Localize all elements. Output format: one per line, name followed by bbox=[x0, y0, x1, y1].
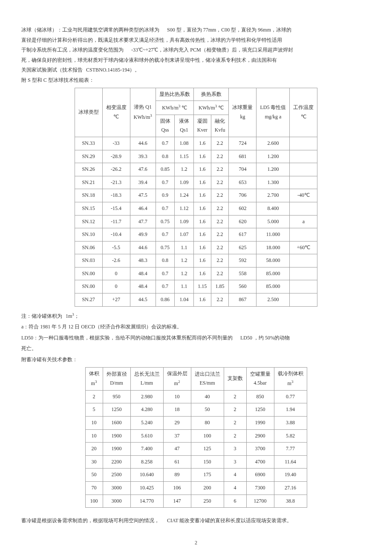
th-unit: m bbox=[91, 380, 95, 386]
table-cell: 1.6 bbox=[193, 202, 211, 215]
table-cell: 724 bbox=[229, 137, 257, 150]
table-cell: -21.3 bbox=[102, 176, 130, 189]
table-cell: 0.85 bbox=[156, 163, 175, 176]
table-row: SN.03-2.648.30.81.21.62.259258.000 bbox=[75, 254, 317, 267]
table-cell: 5.82 bbox=[274, 429, 307, 443]
table-cell: 2 bbox=[224, 403, 246, 417]
table-cell: 2900 bbox=[246, 429, 274, 443]
table-cell: 704 bbox=[229, 163, 257, 176]
table-cell: 1.6 bbox=[193, 189, 211, 202]
table-cell: 1990 bbox=[246, 417, 274, 430]
table-cell: 0.8 bbox=[156, 150, 175, 163]
table-cell: 5.610 bbox=[130, 429, 163, 443]
th-coolant-vol: 载冷剂体积 m3 bbox=[274, 367, 307, 390]
table-row: 1019005.61037100229005.82 bbox=[85, 429, 307, 443]
table-cell: 2.2 bbox=[211, 150, 229, 163]
table-cell: 1.07 bbox=[175, 228, 194, 242]
table-cell: 3000 bbox=[103, 495, 130, 508]
table-cell bbox=[290, 176, 317, 189]
table-row: SN.27+2744.50.861.041.62.28672.500 bbox=[75, 293, 317, 307]
table-cell: 0.7 bbox=[156, 202, 175, 215]
table-cell bbox=[290, 293, 317, 307]
intro-paragraph-line: 死，确保良好的密封性，球壳材质对于球内储冷液和球外的载冷剂来讲呈现中性，储冷液系… bbox=[21, 56, 371, 65]
table-cell: 8.400 bbox=[257, 202, 290, 215]
para-seg: CSTBNO.14185-194）。 bbox=[86, 67, 140, 73]
note-oecd: a：符合 1981 年 5 月 12 日 OECD（经济合作和发展组织）会议的标… bbox=[21, 322, 371, 332]
table-cell: SN.26 bbox=[75, 163, 102, 176]
table-cell: 2 bbox=[85, 390, 103, 403]
th-sym: Kvfu bbox=[215, 127, 225, 133]
table-cell: 5.240 bbox=[130, 417, 163, 430]
intro-paragraph-line: 直径是仔细的计算和分析得出的，既满足技术要求又满足经济性，具有高效传热性，冰球的… bbox=[21, 36, 371, 45]
table-cell: -15.4 bbox=[102, 202, 130, 215]
table-cell: 200 bbox=[191, 481, 224, 495]
para-seg: -33℃~+27℃，冰球内充入 PCM（相变物质）后，填充口采用超声波焊封 bbox=[131, 47, 293, 53]
table-cell: 1.85 bbox=[211, 280, 229, 293]
th-weight: 冰球重量 kg bbox=[229, 88, 257, 137]
th-unit: D/mm bbox=[110, 380, 123, 386]
table-cell: 100 bbox=[191, 429, 224, 443]
table-cell: 1900 bbox=[103, 443, 130, 456]
table-cell: 1.04 bbox=[175, 293, 194, 307]
table-cell: 50 bbox=[85, 469, 103, 482]
th-unit: ES/mm bbox=[199, 380, 215, 386]
th-heat-exchange: 换热系数 bbox=[193, 88, 229, 101]
table-cell: SN.00 bbox=[75, 267, 102, 280]
table-cell: 625 bbox=[229, 241, 257, 254]
th-exchange-unit: KWh/m3 ℃ bbox=[193, 101, 229, 115]
table-cell: 150 bbox=[191, 455, 224, 469]
table-cell: 50 bbox=[191, 403, 224, 417]
table-cell: 1250 bbox=[103, 403, 130, 417]
table-row: 512504.2801850212501.94 bbox=[85, 403, 307, 417]
note-seg: 注：储冷罐体积为 bbox=[21, 313, 62, 319]
table-cell: 1.6 bbox=[193, 254, 211, 267]
para-seg: 蓄冷罐是根据设备需求制造的，根据现场可利用空间的情况， bbox=[21, 518, 159, 523]
table-cell: 10.425 bbox=[130, 481, 163, 495]
th-latent-heat: 潜热 Q1 KWh/m3 bbox=[130, 88, 156, 137]
table-cell: 175 bbox=[191, 469, 224, 482]
table-cell: 2200 bbox=[103, 455, 130, 469]
table-cell: 2.2 bbox=[211, 176, 229, 189]
table-cell: 2 bbox=[224, 390, 246, 403]
table-cell: 147 bbox=[163, 495, 191, 508]
th-unit-sup: 3 bbox=[150, 113, 152, 118]
table-cell: 1.09 bbox=[175, 176, 194, 189]
table-cell: 10 bbox=[163, 390, 191, 403]
note-seg: ； bbox=[74, 313, 79, 319]
table-cell: 1900 bbox=[103, 429, 130, 443]
table-cell: +27 bbox=[102, 293, 130, 307]
table-cell: 47 bbox=[163, 443, 191, 456]
table-cell: 602 bbox=[229, 202, 257, 215]
th-unit: ℃ bbox=[217, 105, 224, 111]
table-cell: 2.500 bbox=[257, 293, 290, 307]
th-label: 凝固 bbox=[197, 118, 208, 124]
table-cell: 1.6 bbox=[193, 241, 211, 254]
note-ld50: LD50：为一种口服毒性物质，根据实验，当给不同的动物口服按其体重所配而得的不同… bbox=[21, 334, 371, 343]
table-cell: 0.7 bbox=[156, 137, 175, 150]
table-cell: 89 bbox=[163, 469, 191, 482]
table-cell: 1.200 bbox=[257, 163, 290, 176]
table-cell: 11.000 bbox=[257, 228, 290, 242]
table-cell: SN.00 bbox=[75, 280, 102, 293]
th-sup: 3 bbox=[95, 380, 97, 384]
table-cell: 1250 bbox=[246, 403, 274, 417]
table-cell: 5 bbox=[85, 403, 103, 417]
table1-caption: 附 S 型和 C 型冰球技术性能表： bbox=[21, 76, 371, 85]
table-cell: -40℃ bbox=[290, 189, 317, 202]
table-cell: +60℃ bbox=[290, 241, 317, 254]
table-cell: 1.12 bbox=[175, 202, 194, 215]
table-cell: 2.980 bbox=[130, 390, 163, 403]
table-cell: 0 bbox=[102, 280, 130, 293]
note-seg: 1m bbox=[66, 313, 72, 319]
table2-body: 29502.980104028500.77512504.280185021250… bbox=[85, 390, 307, 507]
para-seg: S00 型，直径为 77mm，C00 型，直径为 96mm，冰球的 bbox=[167, 27, 291, 33]
table-cell: 0.8 bbox=[156, 254, 175, 267]
th-unit: 4.5bar bbox=[254, 380, 266, 386]
table-cell: SN.27 bbox=[75, 293, 102, 307]
th-unit: ℃ bbox=[113, 114, 119, 120]
th-unit: m bbox=[288, 380, 291, 386]
table-row: SN.06-5.544.60.751.11.62.262518.000+60℃ bbox=[75, 241, 317, 254]
table-cell: 1600 bbox=[103, 417, 130, 430]
table-row: 70300010.4251062004730027.16 bbox=[85, 481, 307, 495]
table-cell: 48.3 bbox=[130, 254, 156, 267]
